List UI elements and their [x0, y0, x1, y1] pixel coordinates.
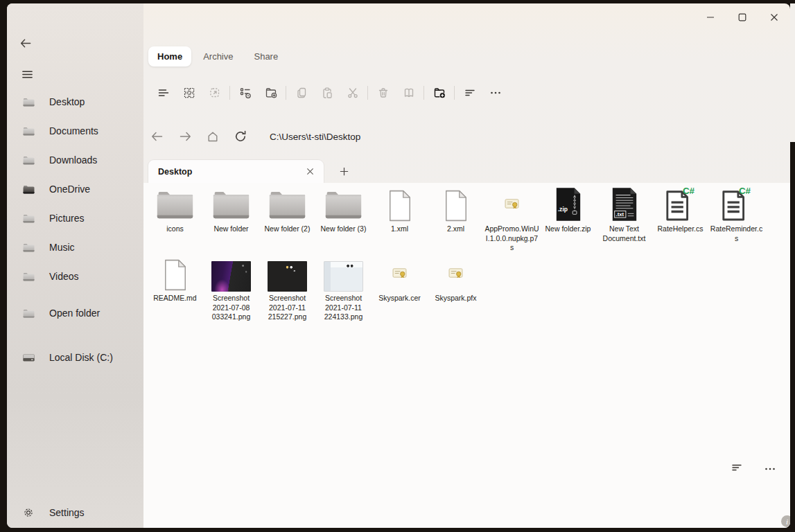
- file-label: AppPromo.WinUI.1.0.0.nupkg.p7s: [484, 224, 540, 253]
- folder-icon: [267, 185, 308, 222]
- sidebar-item-local-disk-c[interactable]: Local Disk (C:): [7, 343, 143, 372]
- svg-text:.txt: .txt: [615, 211, 624, 218]
- file-tile-new-text-document-txt[interactable]: .txtNew Text Document.txt: [596, 185, 652, 254]
- nav-up-icon[interactable]: [199, 126, 227, 147]
- file-tile-apppromo-winui-1-0-0-nupkg-p7s[interactable]: AppPromo.WinUI.1.0.0.nupkg.p7s: [484, 185, 540, 254]
- cs-icon: C#: [665, 185, 697, 222]
- file-label: Screenshot 2021-07-11 215227.png: [260, 294, 315, 322]
- file-tile-readme-md[interactable]: README.md: [147, 254, 203, 323]
- sidebar-item-videos[interactable]: Videos: [7, 262, 143, 291]
- file-label: Screenshot 2021-07-08 033241.png: [204, 294, 259, 322]
- file-tile-screenshot-2021-07-11-215227-png[interactable]: Screenshot 2021-07-11 215227.png: [259, 254, 315, 323]
- file-tile-new-folder-3[interactable]: New folder (3): [315, 185, 372, 254]
- folder-icon: [155, 185, 195, 222]
- sidebar-item-label: Open folder: [49, 308, 100, 319]
- footer-sort-icon[interactable]: [726, 459, 747, 477]
- nav-forward-icon[interactable]: [171, 126, 199, 147]
- toolbar-separator: [454, 86, 455, 100]
- sidebar-item-label: Desktop: [49, 96, 85, 107]
- sidebar-item-downloads[interactable]: Downloads: [7, 145, 143, 175]
- file-label: New folder.zip: [545, 224, 591, 234]
- img-dark-icon: [268, 254, 307, 292]
- svg-text:C#: C#: [738, 186, 751, 196]
- ribbon-tab-share[interactable]: Share: [245, 46, 287, 66]
- drive-icon: [22, 352, 35, 363]
- file-tile-new-folder-zip[interactable]: .zipNew folder.zip: [540, 185, 596, 254]
- cut-icon[interactable]: [340, 81, 365, 105]
- file-tile-new-folder[interactable]: New folder: [203, 185, 259, 254]
- multiselect-icon[interactable]: [232, 81, 258, 105]
- file-tile-screenshot-2021-07-08-033241-png[interactable]: Screenshot 2021-07-08 033241.png: [203, 254, 259, 323]
- sidebar: DesktopDocumentsDownloadsOneDrivePicture…: [7, 3, 143, 528]
- thumbnail-image: [324, 261, 363, 292]
- img-purple-icon: [211, 254, 251, 292]
- onedrive-icon: [22, 184, 35, 195]
- sidebar-item-open-folder[interactable]: Open folder: [7, 299, 143, 328]
- file-tile-1-xml[interactable]: 1.xml: [372, 185, 428, 254]
- clear-selection-icon[interactable]: [202, 81, 227, 105]
- file-tile-skyspark-pfx[interactable]: Skyspark.pfx: [428, 254, 484, 323]
- back-arrow-icon[interactable]: [15, 34, 36, 52]
- sidebar-item-label: Pictures: [49, 213, 85, 224]
- toolbar-separator: [423, 86, 424, 100]
- folder-icon: [22, 271, 35, 282]
- desktop-background-strip: [790, 3, 795, 142]
- file-tile-ratereminder-cs[interactable]: C#RateReminder.cs: [708, 185, 765, 254]
- toolbar-separator: [286, 86, 286, 100]
- folder-add-icon[interactable]: [258, 81, 283, 105]
- close-icon[interactable]: [758, 3, 790, 31]
- hamburger-menu-icon[interactable]: [17, 64, 37, 84]
- sort-icon[interactable]: [457, 81, 482, 105]
- file-grid: iconsNew folderNew folder (2)New folder …: [147, 185, 771, 323]
- file-tile-skyspark-cer[interactable]: Skyspark.cer: [372, 254, 428, 323]
- thumbnail-image: [268, 261, 307, 292]
- cert-icon: [505, 185, 519, 222]
- copy-icon[interactable]: [288, 81, 314, 105]
- sidebar-item-settings[interactable]: Settings: [7, 499, 143, 526]
- file-tile-icons[interactable]: icons: [147, 185, 203, 254]
- file-tile-2-xml[interactable]: 2.xml: [428, 185, 484, 254]
- file-tile-new-folder-2[interactable]: New folder (2): [259, 185, 315, 254]
- main-area: HomeArchiveShare C:\Users\t-sti\Desktop …: [143, 3, 790, 528]
- file-label: New folder (3): [321, 224, 367, 234]
- ribbon-toolbar: [150, 81, 508, 105]
- info-badge-icon[interactable]: i: [781, 515, 790, 527]
- cs-icon: C#: [721, 185, 753, 222]
- minimize-icon[interactable]: [694, 3, 726, 31]
- cert-icon: [448, 254, 463, 292]
- folder-icon: [211, 185, 252, 222]
- select-all-icon[interactable]: [176, 81, 202, 105]
- delete-icon[interactable]: [370, 81, 396, 105]
- new-folder-icon[interactable]: [426, 81, 452, 105]
- footer-more-icon[interactable]: [758, 461, 782, 477]
- more-icon[interactable]: [482, 81, 508, 105]
- svg-text:.zip: .zip: [557, 206, 567, 213]
- toolbar-separator: [229, 86, 230, 100]
- view-details-icon[interactable]: [150, 81, 176, 105]
- cert-icon: [392, 254, 407, 292]
- ribbon-tab-archive[interactable]: Archive: [194, 46, 242, 66]
- dual-pane-icon[interactable]: [396, 81, 421, 105]
- sidebar-item-pictures[interactable]: Pictures: [7, 204, 143, 233]
- tab-desktop[interactable]: Desktop: [148, 160, 324, 183]
- sidebar-item-music[interactable]: Music: [7, 233, 143, 262]
- svg-text:C#: C#: [682, 186, 694, 196]
- file-label: Screenshot 2021-07-11 224133.png: [316, 294, 372, 322]
- file-tile-screenshot-2021-07-11-224133-png[interactable]: Screenshot 2021-07-11 224133.png: [315, 254, 372, 323]
- new-tab-icon[interactable]: [332, 161, 356, 181]
- sidebar-item-documents[interactable]: Documents: [7, 116, 143, 145]
- sidebar-item-desktop[interactable]: Desktop: [7, 87, 143, 116]
- ribbon-tab-home[interactable]: Home: [148, 46, 191, 66]
- maximize-icon[interactable]: [726, 3, 758, 31]
- sidebar-item-onedrive[interactable]: OneDrive: [7, 175, 143, 204]
- file-tile-ratehelper-cs[interactable]: C#RateHelper.cs: [652, 185, 708, 254]
- nav-back-icon[interactable]: [143, 126, 171, 147]
- sidebar-item-label: Local Disk (C:): [49, 352, 113, 363]
- folder-open-icon: [22, 308, 35, 319]
- sidebar-item-label: Videos: [49, 271, 79, 282]
- nav-refresh-icon[interactable]: [227, 126, 254, 147]
- address-path[interactable]: C:\Users\t-sti\Desktop: [270, 132, 360, 142]
- navigation-bar: C:\Users\t-sti\Desktop: [143, 125, 360, 148]
- tab-close-icon[interactable]: [302, 163, 318, 180]
- paste-icon[interactable]: [314, 81, 340, 105]
